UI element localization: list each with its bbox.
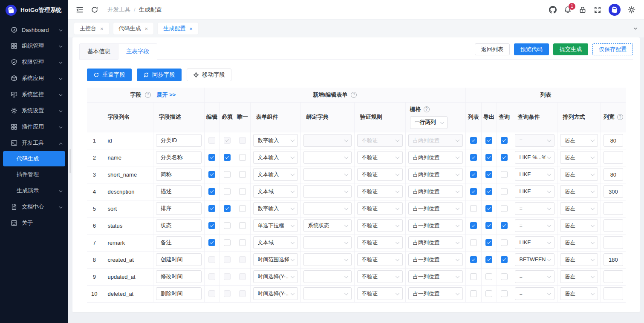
required-checkbox[interactable] bbox=[224, 154, 231, 161]
list-checkbox[interactable] bbox=[470, 171, 477, 178]
unique-checkbox[interactable] bbox=[239, 239, 246, 246]
move-fields-button[interactable]: 移动字段 bbox=[187, 69, 231, 81]
query-condition-select[interactable]: LIKE bbox=[515, 236, 554, 249]
column-width-input[interactable] bbox=[604, 202, 624, 215]
query-condition-select[interactable]: LIKE bbox=[515, 185, 554, 198]
query-condition-select[interactable]: LIKE %...% bbox=[515, 151, 554, 164]
query-checkbox[interactable] bbox=[501, 171, 508, 178]
export-checkbox[interactable] bbox=[485, 154, 492, 161]
form-component-select[interactable]: 时间范围选择 bbox=[253, 253, 298, 266]
dict-select[interactable] bbox=[303, 253, 352, 266]
dict-select[interactable]: 系统状态 bbox=[303, 219, 352, 232]
sidebar-item-权限管理[interactable]: 权限管理 bbox=[0, 54, 68, 70]
field-desc-input[interactable] bbox=[156, 287, 202, 300]
form-component-select[interactable]: 数字输入 bbox=[253, 202, 298, 215]
form-component-select[interactable]: 时间选择(Y-... bbox=[253, 287, 298, 300]
validation-rule-select[interactable]: 不验证 bbox=[357, 185, 403, 198]
list-checkbox[interactable] bbox=[470, 188, 477, 195]
list-checkbox[interactable] bbox=[470, 222, 477, 229]
export-checkbox[interactable] bbox=[485, 273, 492, 280]
unique-checkbox[interactable] bbox=[239, 154, 246, 161]
align-select[interactable]: 居左 bbox=[560, 253, 598, 266]
sidebar-item-文档中心[interactable]: 文档中心 bbox=[0, 199, 68, 215]
sidebar-item-开发工具[interactable]: 开发工具 bbox=[0, 135, 68, 151]
query-condition-select[interactable]: BETWEEN bbox=[515, 253, 554, 266]
sidebar-scrollbar-thumb[interactable] bbox=[69, 149, 71, 173]
validation-rule-select[interactable]: 不验证 bbox=[357, 219, 403, 232]
query-checkbox[interactable] bbox=[501, 290, 508, 297]
query-checkbox[interactable] bbox=[501, 154, 508, 161]
fullscreen-icon[interactable] bbox=[594, 6, 601, 14]
column-width-input[interactable] bbox=[604, 236, 624, 249]
form-component-select[interactable]: 文本输入 bbox=[253, 151, 298, 164]
align-select[interactable]: 居左 bbox=[560, 151, 598, 164]
dict-select[interactable] bbox=[303, 185, 352, 198]
validation-rule-select[interactable]: 不验证 bbox=[357, 151, 403, 164]
column-width-input[interactable] bbox=[604, 151, 624, 164]
settings-gear-icon[interactable] bbox=[628, 6, 635, 14]
edit-checkbox[interactable] bbox=[208, 205, 215, 212]
dict-select[interactable] bbox=[303, 270, 352, 283]
column-width-input[interactable] bbox=[604, 270, 624, 283]
back-to-list-button[interactable]: 返回列表 bbox=[475, 43, 510, 55]
query-condition-select[interactable]: LIKE bbox=[515, 168, 554, 181]
close-tab-icon[interactable]: × bbox=[145, 26, 148, 31]
tab-main-fields[interactable]: 主表字段 bbox=[118, 43, 157, 60]
close-tab-icon[interactable]: × bbox=[100, 26, 104, 31]
sidebar-item-系统监控[interactable]: 系统监控 bbox=[0, 86, 68, 103]
required-checkbox[interactable] bbox=[224, 239, 231, 246]
query-checkbox[interactable] bbox=[501, 188, 508, 195]
export-checkbox[interactable] bbox=[485, 188, 492, 195]
query-checkbox[interactable] bbox=[501, 256, 508, 263]
sidebar-item-关于[interactable]: 关于 bbox=[0, 215, 68, 231]
tab-pill-console[interactable]: 主控台 × bbox=[74, 23, 109, 34]
sync-fields-button[interactable]: 同步字段 bbox=[137, 69, 182, 81]
column-width-input[interactable] bbox=[604, 287, 624, 300]
field-desc-input[interactable] bbox=[156, 202, 202, 215]
reset-fields-button[interactable]: 重置字段 bbox=[87, 69, 132, 81]
query-checkbox[interactable] bbox=[501, 137, 508, 144]
grid-select[interactable]: 占一列位置 bbox=[408, 270, 463, 283]
grid-select[interactable]: 占两列位置 bbox=[408, 185, 463, 198]
export-checkbox[interactable] bbox=[485, 171, 492, 178]
field-desc-input[interactable] bbox=[156, 134, 202, 147]
query-checkbox[interactable] bbox=[501, 205, 508, 212]
list-checkbox[interactable] bbox=[470, 290, 477, 297]
list-checkbox[interactable] bbox=[470, 273, 477, 280]
grid-select[interactable]: 占两列位置 bbox=[408, 236, 463, 249]
grid-select[interactable]: 占一列位置 bbox=[408, 253, 463, 266]
query-condition-select[interactable]: = bbox=[515, 287, 554, 300]
required-checkbox[interactable] bbox=[224, 205, 231, 212]
validation-rule-select[interactable]: 不验证 bbox=[357, 202, 403, 215]
edit-checkbox[interactable] bbox=[208, 239, 215, 246]
lock-icon[interactable] bbox=[579, 6, 586, 14]
refresh-icon[interactable] bbox=[91, 6, 98, 14]
dict-select[interactable] bbox=[303, 202, 352, 215]
github-icon[interactable] bbox=[549, 6, 557, 14]
edit-checkbox[interactable] bbox=[208, 154, 215, 161]
dict-select[interactable] bbox=[303, 168, 352, 181]
required-checkbox[interactable] bbox=[224, 171, 231, 178]
export-checkbox[interactable] bbox=[485, 222, 492, 229]
form-component-select[interactable]: 文本域 bbox=[253, 236, 298, 249]
tab-pill-genconfig[interactable]: 生成配置 × bbox=[158, 23, 198, 34]
column-width-input[interactable] bbox=[604, 253, 624, 266]
query-condition-select[interactable]: = bbox=[515, 219, 554, 232]
save-config-only-button[interactable]: 仅保存配置 bbox=[592, 43, 633, 55]
tab-pill-codegen[interactable]: 代码生成 × bbox=[113, 23, 154, 34]
field-desc-input[interactable] bbox=[156, 253, 202, 266]
field-desc-input[interactable] bbox=[156, 236, 202, 249]
grid-layout-select[interactable]: 一行两列 bbox=[410, 116, 448, 129]
edit-checkbox[interactable] bbox=[208, 171, 215, 178]
user-avatar[interactable] bbox=[609, 4, 621, 16]
edit-checkbox[interactable] bbox=[208, 188, 215, 195]
unique-checkbox[interactable] bbox=[239, 188, 246, 195]
menu-collapse-icon[interactable] bbox=[76, 6, 84, 14]
field-desc-input[interactable] bbox=[156, 151, 202, 164]
column-width-input[interactable] bbox=[604, 185, 624, 198]
list-checkbox[interactable] bbox=[470, 137, 477, 144]
sidebar-item-Dashboard[interactable]: Dashboard bbox=[0, 22, 68, 38]
preview-code-button[interactable]: 预览代码 bbox=[514, 43, 549, 55]
validation-rule-select[interactable]: 不验证 bbox=[357, 253, 403, 266]
column-width-input[interactable] bbox=[604, 168, 624, 181]
